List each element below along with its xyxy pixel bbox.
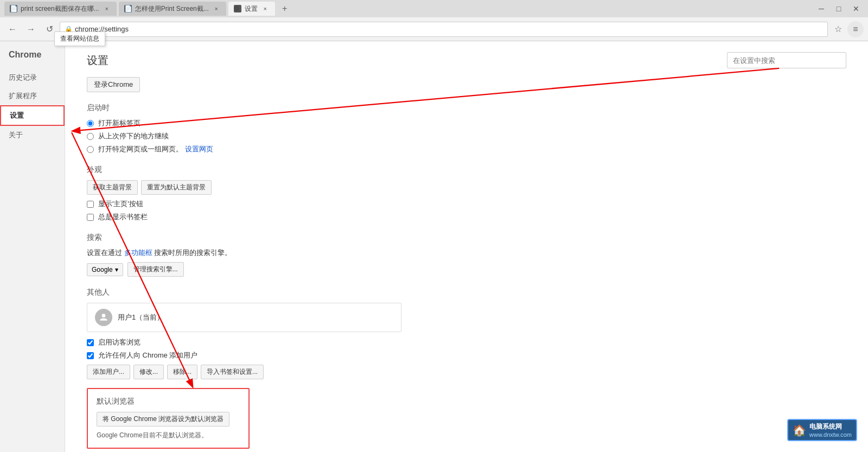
tab-1-favicon: 📄 bbox=[10, 5, 17, 12]
radio-new-tab: 打开新标签页 bbox=[87, 118, 846, 128]
sidebar-item-about[interactable]: 关于 bbox=[0, 126, 65, 144]
startup-title: 启动时 bbox=[87, 103, 846, 113]
default-browser-title: 默认浏览器 bbox=[97, 397, 240, 406]
watermark-text: 电脑系统网 www.dnxtw.com bbox=[809, 422, 852, 438]
forward-button[interactable]: → bbox=[23, 21, 39, 37]
show-bookmarks-checkbox-group: 总是显示书签栏 bbox=[87, 212, 846, 222]
tab-2-label: 怎样使用Print Screen截... bbox=[135, 4, 209, 14]
user-avatar bbox=[95, 309, 112, 326]
settings-search-input[interactable] bbox=[727, 52, 846, 68]
guest-checkbox[interactable] bbox=[87, 339, 94, 346]
user-management-buttons: 添加用户... 修改... 移除... 导入书签和设置... bbox=[87, 365, 846, 379]
theme-buttons: 获取主题背景 重置为默认主题背景 bbox=[87, 180, 846, 195]
allow-add-checkbox-group: 允许任何人向 Chrome 添加用户 bbox=[87, 351, 846, 360]
content-wrapper: Chrome 历史记录 扩展程序 设置 关于 设置 登录Chrome bbox=[0, 41, 868, 452]
watermark-icon: 🏠 bbox=[793, 424, 806, 437]
sidebar: Chrome 历史记录 扩展程序 设置 关于 bbox=[0, 41, 65, 452]
back-button[interactable]: ← bbox=[4, 21, 21, 37]
sidebar-item-settings[interactable]: 设置 bbox=[0, 105, 65, 126]
dropdown-arrow-icon: ▾ bbox=[115, 266, 118, 273]
show-home-checkbox[interactable] bbox=[87, 201, 94, 208]
tab-3-close[interactable]: × bbox=[261, 4, 270, 13]
window-controls: ─ □ ✕ bbox=[814, 3, 864, 14]
new-tab-button[interactable]: + bbox=[277, 2, 292, 16]
tab-2-favicon: 📄 bbox=[124, 5, 132, 12]
radio-new-tab-input[interactable] bbox=[87, 120, 94, 127]
show-home-checkbox-group: 显示'主页'按钮 bbox=[87, 199, 846, 209]
tab-1-close[interactable]: × bbox=[103, 4, 111, 13]
sidebar-brand: Chrome bbox=[0, 50, 65, 68]
tab-3-label: 设置 bbox=[245, 4, 258, 14]
search-controls: Google ▾ 管理搜索引擎... bbox=[87, 262, 846, 277]
tab-2[interactable]: 📄 怎样使用Print Screen截... × bbox=[119, 2, 226, 16]
setup-pages-link[interactable]: 设置网页 bbox=[185, 145, 213, 153]
tab-1-label: print screen截图保存在哪... bbox=[21, 4, 99, 14]
search-title: 搜索 bbox=[87, 233, 846, 243]
bookmark-button[interactable]: ☆ bbox=[830, 21, 846, 37]
url-bar[interactable]: 🔒 chrome://settings bbox=[60, 22, 828, 37]
search-section: 搜索 设置在通过 多功能框 搜索时所用的搜索引擎。 Google ▾ 管理搜索引… bbox=[87, 233, 846, 277]
tab-2-close[interactable]: × bbox=[212, 4, 221, 13]
tab-3[interactable]: ⚙ 设置 × bbox=[228, 2, 275, 16]
watermark: 🏠 电脑系统网 www.dnxtw.com bbox=[787, 419, 857, 441]
sidebar-item-extensions[interactable]: 扩展程序 bbox=[0, 87, 65, 105]
signin-section: 登录Chrome bbox=[87, 77, 846, 92]
show-bookmarks-label: 总是显示书签栏 bbox=[98, 212, 148, 222]
page-header: 设置 bbox=[87, 52, 846, 68]
default-browser-note: Google Chrome目前不是默认浏览器。 bbox=[97, 431, 240, 440]
omnibox-link[interactable]: 多功能框 bbox=[124, 249, 152, 257]
close-button[interactable]: ✕ bbox=[848, 3, 864, 14]
page-title: 设置 bbox=[87, 53, 108, 68]
allow-add-checkbox[interactable] bbox=[87, 352, 94, 359]
radio-open-pages-input[interactable] bbox=[87, 146, 94, 153]
radio-continue: 从上次停下的地方继续 bbox=[87, 131, 846, 141]
reset-theme-button[interactable]: 重置为默认主题背景 bbox=[141, 180, 212, 195]
title-bar: 📄 print screen截图保存在哪... × 📄 怎样使用Print Sc… bbox=[0, 0, 868, 17]
startup-section: 启动时 打开新标签页 从上次停下的地方继续 打开特定网页或一组网页。 设置网页 bbox=[87, 103, 846, 154]
tooltip-text: 查看网站信息 bbox=[60, 35, 99, 42]
user-name: 用户1（当前） bbox=[118, 313, 164, 322]
radio-continue-label: 从上次停下的地方继续 bbox=[98, 131, 169, 141]
tab-1[interactable]: 📄 print screen截图保存在哪... × bbox=[4, 2, 117, 16]
manage-search-button[interactable]: 管理搜索引擎... bbox=[127, 262, 184, 277]
sidebar-item-history[interactable]: 历史记录 bbox=[0, 68, 65, 87]
radio-open-pages-label: 打开特定网页或一组网页。 设置网页 bbox=[98, 144, 213, 154]
search-engine-dropdown[interactable]: Google ▾ bbox=[87, 263, 123, 276]
get-theme-button[interactable]: 获取主题背景 bbox=[87, 180, 138, 195]
radio-continue-input[interactable] bbox=[87, 133, 94, 140]
default-browser-section: 默认浏览器 将 Google Chrome 浏览器设为默认浏览器 Google … bbox=[87, 388, 250, 449]
delete-user-button[interactable]: 移除... bbox=[167, 365, 197, 379]
others-section: 其他人 用户1（当前） 启用访客浏览 允许任何人向 Chrome 添加用户 添加 bbox=[87, 288, 846, 379]
radio-open-pages: 打开特定网页或一组网页。 设置网页 bbox=[87, 144, 846, 154]
restore-button[interactable]: □ bbox=[831, 3, 846, 14]
watermark-site-name: 电脑系统网 bbox=[809, 422, 852, 431]
show-bookmarks-checkbox[interactable] bbox=[87, 214, 94, 221]
minimize-button[interactable]: ─ bbox=[814, 3, 829, 14]
radio-new-tab-label: 打开新标签页 bbox=[98, 118, 141, 128]
appearance-section: 外观 获取主题背景 重置为默认主题背景 显示'主页'按钮 总是显示书签栏 bbox=[87, 165, 846, 222]
tab-3-favicon: ⚙ bbox=[234, 5, 241, 12]
show-home-label: 显示'主页'按钮 bbox=[98, 199, 143, 209]
tooltip: 查看网站信息 bbox=[54, 31, 105, 46]
set-default-browser-button[interactable]: 将 Google Chrome 浏览器设为默认浏览器 bbox=[97, 412, 229, 426]
signin-button[interactable]: 登录Chrome bbox=[87, 77, 140, 92]
user-item[interactable]: 用户1（当前） bbox=[87, 303, 401, 332]
appearance-title: 外观 bbox=[87, 165, 846, 175]
add-user-button[interactable]: 添加用户... bbox=[87, 365, 130, 379]
address-bar: ← → ↺ 🔒 chrome://settings ☆ ≡ bbox=[0, 17, 868, 41]
others-title: 其他人 bbox=[87, 288, 846, 297]
search-description: 设置在通过 多功能框 搜索时所用的搜索引擎。 bbox=[87, 248, 846, 258]
settings-content: 设置 登录Chrome 启动时 打开新标签页 从上次停下的地方继续 bbox=[65, 41, 868, 452]
edit-user-button[interactable]: 修改... bbox=[133, 365, 164, 379]
menu-button[interactable]: ≡ bbox=[847, 21, 864, 37]
guest-checkbox-group: 启用访客浏览 bbox=[87, 338, 846, 347]
address-bar-actions: ☆ ≡ bbox=[830, 21, 864, 37]
svg-point-0 bbox=[102, 314, 106, 317]
allow-add-label: 允许任何人向 Chrome 添加用户 bbox=[98, 351, 197, 360]
guest-label: 启用访客浏览 bbox=[98, 338, 141, 347]
import-button[interactable]: 导入书签和设置... bbox=[201, 365, 264, 379]
watermark-url: www.dnxtw.com bbox=[809, 431, 852, 438]
